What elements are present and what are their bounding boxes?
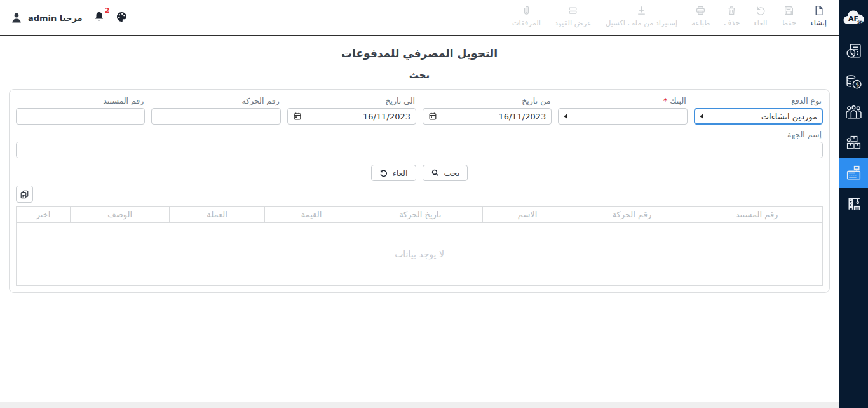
from-date-value: 16/11/2023: [498, 112, 546, 121]
save-icon: [783, 5, 794, 16]
undo-icon: [756, 5, 766, 16]
calendar-icon[interactable]: [293, 112, 302, 121]
search-fields-row: نوع الدفع موردين انشاءات البنك * من تاري…: [16, 95, 823, 125]
paperclip-icon: [521, 5, 532, 16]
table-header-row: رقم المستند رقم الحركة الاسم تاريخ الحرك…: [17, 207, 823, 223]
copy-icon: [20, 189, 29, 199]
to-date-field: الى تاريخ 16/11/2023: [287, 95, 416, 125]
import-excel-label: إستيراد من ملف اكسيل: [606, 18, 677, 27]
col-description[interactable]: الوصف: [71, 207, 170, 223]
col-document-no[interactable]: رقم المستند: [691, 207, 823, 223]
delete-button[interactable]: حذف: [717, 5, 747, 27]
calendar-icon[interactable]: [428, 112, 437, 121]
horizontal-scrollbar[interactable]: [0, 402, 839, 408]
view-entries-button[interactable]: عرض القيود: [548, 5, 599, 27]
entity-row: إسم الجهة: [16, 128, 823, 158]
payment-type-label: نوع الدفع: [695, 96, 822, 105]
svg-text:SB: SB: [857, 20, 863, 24]
payment-type-value: موردين انشاءات: [761, 112, 817, 121]
print-button[interactable]: طباعة: [684, 5, 717, 27]
cash-register-icon: [845, 165, 862, 182]
required-asterisk: *: [663, 96, 668, 105]
from-date-field: من تاريخ 16/11/2023: [423, 95, 552, 125]
warehouse-boxes-icon: [845, 134, 862, 151]
new-file-icon: [813, 5, 824, 16]
trash-icon: [726, 5, 737, 16]
search-button-label: بحث: [444, 168, 460, 178]
notification-badge: 2: [105, 6, 110, 15]
col-currency[interactable]: العملة: [170, 207, 265, 223]
entity-name-input[interactable]: [16, 142, 823, 158]
sidebar-item-pos-active[interactable]: [839, 158, 868, 188]
user-greeting: مرحبا admin: [28, 13, 83, 23]
select-arrow-icon: [700, 114, 703, 119]
col-transaction-no[interactable]: رقم الحركة: [573, 207, 691, 223]
to-date-value: 16/11/2023: [363, 112, 410, 121]
col-choose[interactable]: اختر: [17, 207, 71, 223]
report-chart-icon: [845, 43, 862, 60]
people-group-icon: [845, 104, 862, 121]
topbar: إنشاء حفظ الغاء حذف طباعة: [0, 0, 839, 36]
col-name[interactable]: الاسم: [482, 207, 573, 223]
bank-select[interactable]: [558, 108, 687, 125]
printer-icon: [695, 5, 706, 16]
cancel-button-label: الغاء: [393, 168, 408, 178]
sidebar-item-reports[interactable]: [839, 36, 868, 66]
from-date-label: من تاريخ: [424, 96, 550, 105]
undo-icon: [379, 168, 388, 177]
create-button[interactable]: إنشاء: [803, 5, 834, 27]
payment-type-field: نوع الدفع موردين انشاءات: [694, 95, 823, 125]
sidebar-item-projects[interactable]: [839, 188, 868, 219]
empty-state-text: لا يوجد بيانات: [17, 223, 823, 286]
col-transaction-date[interactable]: تاريخ الحركة: [358, 207, 482, 223]
cancel-toolbar-button[interactable]: الغاء: [747, 5, 774, 27]
to-date-input[interactable]: 16/11/2023: [287, 108, 416, 125]
entity-name-label: إسم الجهة: [17, 130, 822, 139]
entity-name-field: إسم الجهة: [16, 128, 823, 158]
svg-text:$: $: [855, 81, 859, 88]
document-no-input[interactable]: [16, 108, 145, 125]
actions-row: بحث الغاء: [16, 165, 823, 181]
transaction-no-input[interactable]: [151, 108, 280, 125]
view-entries-label: عرض القيود: [555, 18, 592, 27]
transaction-no-field: رقم الحركة: [151, 95, 280, 125]
sidebar-item-hr[interactable]: [839, 97, 868, 127]
import-download-icon: [636, 5, 647, 16]
user-icon: [10, 11, 23, 24]
results-table: رقم المستند رقم الحركة الاسم تاريخ الحرك…: [16, 206, 823, 286]
cloud-logo-icon: AF SB: [843, 8, 864, 27]
search-button[interactable]: بحث: [423, 165, 468, 181]
create-label: إنشاء: [810, 18, 827, 27]
user-menu[interactable]: مرحبا admin: [10, 11, 83, 24]
page-subtitle: بحث: [0, 69, 839, 81]
app-logo[interactable]: AF SB: [839, 0, 868, 36]
copy-button[interactable]: [16, 186, 33, 203]
cancel-toolbar-label: الغاء: [754, 18, 767, 27]
attachments-button[interactable]: المرفقات: [505, 5, 548, 27]
main-content: التحويل المصرفي للمدفوعات بحث نوع الدفع …: [0, 36, 839, 408]
user-cluster: مرحبا admin 2: [10, 8, 128, 28]
copy-row: [16, 186, 823, 203]
document-no-field: رقم المستند: [16, 95, 145, 125]
bell-icon: [93, 11, 105, 22]
bank-field: البنك *: [558, 95, 687, 125]
crane-icon: [845, 195, 862, 212]
sidebar-item-inventory[interactable]: [839, 127, 868, 158]
page-title: التحويل المصرفي للمدفوعات: [0, 47, 839, 60]
import-excel-button[interactable]: إستيراد من ملف اكسيل: [599, 5, 684, 27]
cancel-button[interactable]: الغاء: [371, 165, 416, 181]
search-icon: [431, 168, 440, 177]
notifications-button[interactable]: 2: [93, 11, 105, 25]
from-date-input[interactable]: 16/11/2023: [423, 108, 552, 125]
toolbar: إنشاء حفظ الغاء حذف طباعة: [505, 5, 834, 27]
rows-list-icon: [567, 5, 578, 16]
sidebar-item-finance[interactable]: $: [839, 66, 868, 97]
save-label: حفظ: [782, 18, 797, 27]
coins-dollar-icon: $: [845, 73, 862, 90]
payment-type-select[interactable]: موردين انشاءات: [694, 108, 823, 125]
attachments-label: المرفقات: [512, 18, 541, 27]
search-panel: نوع الدفع موردين انشاءات البنك * من تاري…: [9, 89, 830, 293]
theme-button[interactable]: [116, 11, 128, 25]
save-button[interactable]: حفظ: [775, 5, 804, 27]
col-value[interactable]: القيمة: [264, 207, 358, 223]
